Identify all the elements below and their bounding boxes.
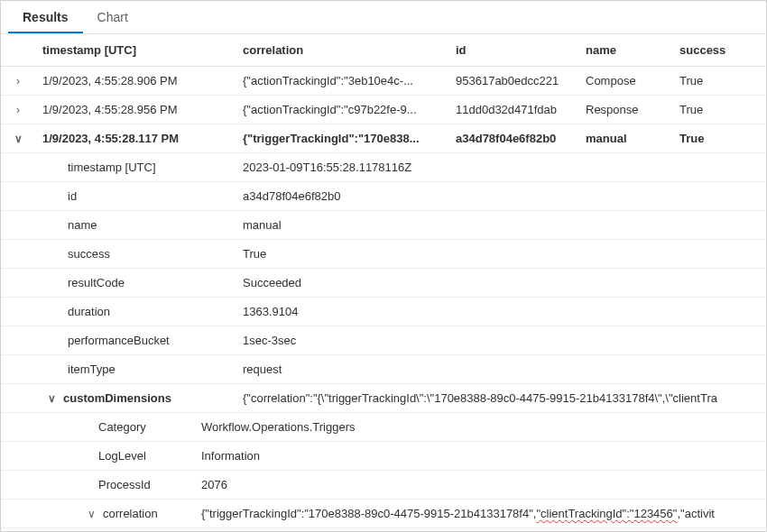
cell-name: manual [578,124,672,152]
table-row[interactable]: › 1/9/2023, 4:55:28.956 PM {"actionTrack… [1,96,766,124]
detail-value: 1sec-3sec [236,326,766,354]
detail-value: True [236,240,766,268]
detail-key: Category [1,413,201,441]
tabs: Results Chart [1,1,766,34]
cell-timestamp: 1/9/2023, 4:55:28.906 PM [35,67,236,95]
details-panel: timestamp [UTC] 2023-01-09T16:55:28.1178… [1,153,766,528]
detail-value: Information [201,442,766,470]
detail-value: a34d78f04e6f82b0 [236,182,766,210]
correlation-post: ,"activit [677,507,714,520]
detail-value: {"correlation":"{\"triggerTrackingId\":\… [236,384,766,412]
chevron-down-icon[interactable]: ∨ [14,133,23,145]
cell-success: True [672,67,766,95]
customdimensions-label: customDimensions [63,391,171,405]
detail-key: duration [1,298,236,326]
tab-chart[interactable]: Chart [83,1,143,33]
cell-name: Response [578,96,672,124]
correlation-label: correlation [103,507,158,520]
chevron-right-icon[interactable]: › [16,75,20,87]
detail-key: success [1,240,236,268]
detail-row: duration 1363.9104 [1,298,766,326]
cell-id: 11dd0d32d471fdab [448,96,578,124]
cell-timestamp: 1/9/2023, 4:55:28.956 PM [35,96,236,124]
correlation-pre: {"triggerTrackingId":"170e8388-89c0-4475… [201,507,536,520]
detail-key: timestamp [UTC] [1,153,236,181]
cell-id: a34d78f04e6f82b0 [448,124,578,152]
col-header-id[interactable]: id [448,34,578,66]
cell-success: True [672,124,766,152]
detail-key: LogLevel [1,442,201,470]
cell-timestamp: 1/9/2023, 4:55:28.117 PM [35,124,236,152]
col-header-timestamp[interactable]: timestamp [UTC] [35,34,236,66]
grid-header: timestamp [UTC] correlation id name succ… [1,34,766,67]
detail-row: Category Workflow.Operations.Triggers [1,413,766,442]
detail-row: itemType request [1,355,766,384]
detail-row: resultCode Succeeded [1,269,766,298]
detail-key: ∨ customDimensions [1,384,236,412]
detail-value: 1363.9104 [236,298,766,326]
cell-success: True [672,96,766,124]
tab-results[interactable]: Results [8,1,83,33]
cell-correlation: {"actionTrackingId":"3eb10e4c-... [236,67,448,95]
detail-value: 2076 [201,471,766,499]
chevron-down-icon[interactable]: ∨ [88,508,96,520]
detail-row: LogLevel Information [1,442,766,471]
detail-value-correlation: {"triggerTrackingId":"170e8388-89c0-4475… [201,500,766,527]
detail-key: itemType [1,355,236,383]
detail-row: id a34d78f04e6f82b0 [1,182,766,211]
col-header-success[interactable]: success [672,34,766,66]
chevron-right-icon[interactable]: › [16,104,20,116]
detail-value: manual [236,211,766,239]
cell-id: 953617ab0edcc221 [448,67,578,95]
col-header-name[interactable]: name [578,34,672,66]
col-header-correlation[interactable]: correlation [236,34,448,66]
detail-row: ProcessId 2076 [1,471,766,500]
detail-row: performanceBucket 1sec-3sec [1,326,766,355]
chevron-down-icon[interactable]: ∨ [48,392,56,405]
detail-key: ProcessId [1,471,201,499]
detail-row: success True [1,240,766,269]
detail-row-correlation[interactable]: ∨ correlation {"triggerTrackingId":"170e… [1,500,766,527]
detail-row-customdimensions[interactable]: ∨ customDimensions {"correlation":"{\"tr… [1,384,766,413]
detail-key: name [1,211,236,239]
detail-key: resultCode [1,269,236,297]
detail-key: ∨ correlation [1,500,201,527]
cell-correlation: {"actionTrackingId":"c97b22fe-9... [236,96,448,124]
detail-value: 2023-01-09T16:55:28.1178116Z [236,153,766,181]
detail-row: timestamp [UTC] 2023-01-09T16:55:28.1178… [1,153,766,182]
table-row-expanded[interactable]: ∨ 1/9/2023, 4:55:28.117 PM {"triggerTrac… [1,124,766,153]
detail-value: Succeeded [236,269,766,297]
cell-name: Compose [578,67,672,95]
detail-value: request [236,355,766,383]
detail-key: id [1,182,236,210]
detail-key: performanceBucket [1,326,236,354]
detail-value: Workflow.Operations.Triggers [201,413,766,441]
table-row[interactable]: › 1/9/2023, 4:55:28.906 PM {"actionTrack… [1,67,766,96]
correlation-highlight: "clientTrackingId":"123456" [536,507,677,520]
cell-correlation: {"triggerTrackingId":"170e838... [236,124,448,152]
detail-row: name manual [1,211,766,240]
